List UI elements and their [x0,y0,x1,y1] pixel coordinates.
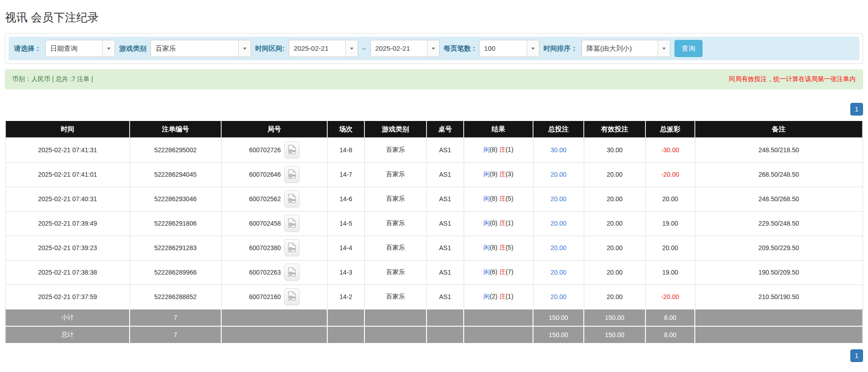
subtotal-valid-bet: 150.00 [584,309,645,326]
video-replay-button[interactable] [284,288,300,305]
total-bet-link[interactable]: 20.00 [550,220,566,227]
chevron-down-icon[interactable] [658,40,670,57]
video-replay-button[interactable] [284,190,300,208]
result-player-score: (6) [490,268,497,275]
result-banker: 庄 [499,244,505,251]
time-sort-label: 时间排序： [543,44,577,53]
payout-value: 19.00 [662,220,678,227]
cell-session: 14-6 [327,187,364,211]
round-id-value: 600702380 [249,244,281,251]
cell-session: 14-3 [327,260,364,285]
query-button[interactable]: 查询 [674,40,703,57]
video-replay-button[interactable] [284,264,300,281]
chevron-down-icon[interactable] [102,40,115,57]
table-row: 2025-02-21 07:39:49522286291806600702458… [5,211,863,236]
page-size-label: 每页笔数 : [444,44,475,53]
page-1-button[interactable]: 1 [850,103,863,116]
result-banker: 庄 [499,195,505,202]
subtotal-total-bet: 150.00 [533,309,584,326]
video-file-icon [288,193,296,205]
video-file-icon [288,145,296,156]
cell-bet-id: 522286295002 [130,138,221,162]
cell-result: 闲(2) 庄(1) [464,285,533,309]
header-round-id: 局号 [221,121,327,138]
table-row: 2025-02-21 07:41:31522286295002600702726… [5,138,863,162]
total-count: 7 [130,326,221,343]
result-player: 闲 [483,244,490,251]
summary-bar: 币别：人民币 | 总共 :7 注单 | 同局有效投注，统一计算在该局第一张注单内 [5,69,863,89]
cell-note: 268.50/248.50 [695,162,863,187]
cell-valid-bet: 20.00 [584,211,645,236]
cell-total-bet: 30.00 [533,138,584,162]
cell-round-id: 600702458 [221,211,327,236]
cell-game-category: 百家乐 [364,162,427,187]
result-banker-score: (1) [505,219,513,227]
header-valid-bet: 有效投注 [584,121,645,138]
video-file-icon [288,218,296,229]
total-bet-link[interactable]: 20.00 [550,269,566,276]
total-bet-link[interactable]: 20.00 [550,171,566,178]
cell-payout: -20.00 [645,162,695,187]
header-total-bet: 总投注 [533,121,584,138]
cell-game-category: 百家乐 [364,236,427,260]
cell-total-bet: 20.00 [533,260,584,285]
chevron-down-icon[interactable] [238,40,251,57]
cell-table-id: AS1 [427,236,464,260]
total-bet-link[interactable]: 30.00 [550,146,566,154]
round-id-value: 600702726 [249,146,281,154]
total-bet-link[interactable]: 20.00 [550,293,566,300]
cell-payout: -20.00 [645,285,695,309]
chevron-down-icon[interactable] [527,40,539,57]
round-id-value: 600702646 [249,171,281,178]
cell-total-bet: 20.00 [533,285,584,309]
result-banker-score: (5) [505,195,513,202]
video-replay-button[interactable] [284,166,300,183]
table-row: 2025-02-21 07:41:01522286294045600702646… [5,162,863,187]
result-player: 闲 [483,195,490,202]
page-size-combobox[interactable]: 100 [479,40,539,57]
payout-value: -20.00 [661,171,679,178]
page-1-button[interactable]: 1 [850,349,863,362]
result-banker: 庄 [499,170,505,178]
cell-game-category: 百家乐 [364,285,427,309]
date-from-value: 2025-02-21 [289,40,333,57]
cell-note: 248.50/268.50 [695,187,863,211]
time-sort-combobox[interactable]: 降冪(由大到小) [582,40,670,57]
cell-session: 14-2 [327,285,364,309]
cell-table-id: AS1 [427,211,464,236]
result-player-score: (8) [490,244,497,251]
chevron-down-icon[interactable] [345,40,358,57]
subtotal-row: 小计 7 150.00 150.00 8.00 [5,309,863,326]
total-bet-link[interactable]: 20.00 [550,244,566,251]
result-banker: 庄 [499,219,505,227]
game-category-combobox[interactable]: 百家乐 [150,40,251,57]
result-player: 闲 [483,170,490,178]
video-replay-button[interactable] [284,215,300,232]
cell-valid-bet: 20.00 [584,162,645,187]
video-replay-button[interactable] [284,141,300,159]
result-banker: 庄 [499,146,505,153]
cell-result: 闲(9) 庄(3) [464,162,533,187]
cell-note: 190.50/209.50 [695,260,863,285]
video-file-icon [288,291,296,302]
date-from-combobox[interactable]: 2025-02-21 [289,40,358,57]
cell-game-category: 百家乐 [364,260,427,285]
payout-value: 20.00 [662,195,678,203]
pagination-bottom: 1 [5,349,863,362]
chevron-down-icon[interactable] [427,40,439,57]
date-to-combobox[interactable]: 2025-02-21 [370,40,440,57]
cell-time: 2025-02-21 07:38:38 [5,260,130,285]
video-replay-button[interactable] [284,239,300,256]
result-player: 闲 [483,293,490,300]
total-total-bet: 150.00 [533,326,584,343]
total-payout: 8.00 [645,326,695,343]
cell-total-bet: 20.00 [533,211,584,236]
query-type-combobox[interactable]: 日期查询 [45,40,115,57]
bet-records-table: 时间 注单编号 局号 场次 游戏类别 桌号 结果 总投注 有效投注 总派彩 备注… [5,121,863,344]
cell-total-bet: 20.00 [533,162,584,187]
cell-time: 2025-02-21 07:41:01 [5,162,130,187]
round-id-value: 600702160 [249,293,281,300]
total-bet-link[interactable]: 20.00 [550,195,566,203]
table-row: 2025-02-21 07:38:38522286289966600702263… [5,260,863,285]
cell-time: 2025-02-21 07:37:59 [5,285,130,309]
